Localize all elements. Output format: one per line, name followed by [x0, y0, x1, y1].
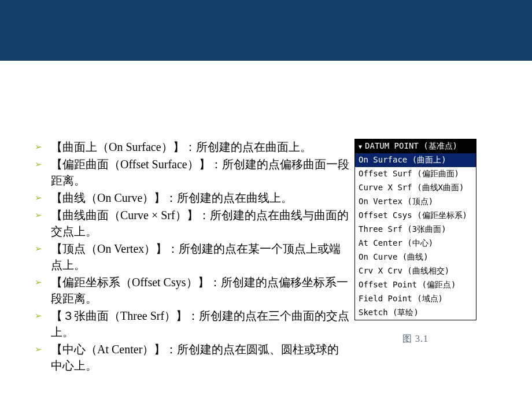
bullet-text: 【偏距曲面（Offset Surface）】：所创建的点偏移曲面一段距离。 — [51, 156, 350, 189]
panel-row[interactable]: On Surface (曲面上) — [355, 153, 476, 167]
panel-row[interactable]: Offset Point (偏距点) — [355, 278, 476, 292]
panel-row[interactable]: Offset Surf (偏距曲面) — [355, 167, 476, 181]
bullet-term-en: Curve × Srf — [120, 209, 175, 221]
panel-wrap: ▼ DATUM POINT (基准点) On Surface (曲面上)Offs… — [354, 139, 476, 345]
bullet-marker-icon: ➢ — [35, 241, 51, 273]
bullet-marker-icon: ➢ — [35, 274, 51, 306]
figure-caption: 图 3.1 — [402, 333, 428, 345]
bullet-term-en: On Surface — [109, 141, 161, 153]
bullet-text: 【中心（At Center）】：所创建的点在圆弧、圆柱或球的中心上。 — [51, 341, 350, 374]
panel-row[interactable]: Field Point (域点) — [355, 292, 476, 306]
bullet-term-en: On Vertex — [97, 242, 144, 255]
bullet-text: 【３张曲面（Three Srf）】：所创建的点在三个曲面的交点上。 — [51, 308, 350, 340]
bullet-term-en: Offset Csys — [132, 276, 186, 289]
bullet-item: ➢【曲线曲面（Curve × Srf）】：所创建的点在曲线与曲面的交点上。 — [35, 207, 350, 239]
bullet-item: ➢【３张曲面（Three Srf）】：所创建的点在三个曲面的交点上。 — [35, 308, 350, 340]
panel-row[interactable]: Sketch (草绘) — [355, 306, 476, 320]
bullet-term-en: On Curve — [97, 191, 142, 204]
bullet-item: ➢【偏距曲面（Offset Surface）】：所创建的点偏移曲面一段距离。 — [35, 156, 350, 189]
bullet-marker-icon: ➢ — [35, 139, 51, 155]
bullet-term-en: Offset Surface — [120, 158, 187, 171]
bullet-marker-icon: ➢ — [35, 190, 51, 206]
panel-row[interactable]: Crv X Crv (曲线相交) — [355, 264, 476, 278]
bullet-marker-icon: ➢ — [35, 308, 51, 340]
bullet-text: 【偏距坐标系（Offset Csys）】：所创建的点偏移坐标系一段距离。 — [51, 274, 350, 306]
panel-row[interactable]: At Center (中心) — [355, 237, 476, 250]
bullet-marker-icon: ➢ — [35, 207, 51, 239]
bullet-item: ➢【顶点（On Vertex）】：所创建的点在某一个顶点上或端点上。 — [35, 241, 350, 273]
bullet-text: 【曲线曲面（Curve × Srf）】：所创建的点在曲线与曲面的交点上。 — [51, 207, 350, 239]
panel-row[interactable]: Three Srf (3张曲面) — [355, 223, 476, 237]
panel-row[interactable]: On Curve (曲线) — [355, 250, 476, 264]
bullet-text: 【曲面上（On Surface）】：所创建的点在曲面上。 — [51, 139, 350, 155]
bullet-marker-icon: ➢ — [35, 341, 51, 374]
bullet-list: ➢【曲面上（On Surface）】：所创建的点在曲面上。➢【偏距曲面（Offs… — [35, 139, 350, 375]
panel-header[interactable]: ▼ DATUM POINT (基准点) — [355, 139, 476, 153]
bullet-text: 【顶点（On Vertex）】：所创建的点在某一个顶点上或端点上。 — [51, 241, 350, 273]
bullet-marker-icon: ➢ — [35, 156, 51, 189]
panel-row[interactable]: Offset Csys (偏距坐标系) — [355, 209, 476, 223]
bullet-term-en: Three Srf — [120, 309, 164, 322]
title-bar — [0, 0, 532, 61]
bullet-item: ➢【中心（At Center）】：所创建的点在圆弧、圆柱或球的中心上。 — [35, 341, 350, 374]
bullet-item: ➢【曲线（On Curve）】：所创建的点在曲线上。 — [35, 190, 350, 206]
bullet-term-en: At Center — [97, 343, 142, 356]
panel-row[interactable]: On Vertex (顶点) — [355, 195, 476, 209]
content-area: ➢【曲面上（On Surface）】：所创建的点在曲面上。➢【偏距曲面（Offs… — [0, 61, 532, 375]
panel-row[interactable]: Curve X Srf (曲线X曲面) — [355, 181, 476, 195]
bullet-text: 【曲线（On Curve）】：所创建的点在曲线上。 — [51, 190, 350, 206]
panel-body: On Surface (曲面上)Offset Surf (偏距曲面)Curve … — [355, 153, 476, 320]
bullet-item: ➢【曲面上（On Surface）】：所创建的点在曲面上。 — [35, 139, 350, 155]
panel-title: DATUM POINT (基准点) — [365, 141, 457, 152]
collapse-icon: ▼ — [359, 143, 362, 150]
datum-point-panel: ▼ DATUM POINT (基准点) On Surface (曲面上)Offs… — [354, 139, 476, 320]
bullet-item: ➢【偏距坐标系（Offset Csys）】：所创建的点偏移坐标系一段距离。 — [35, 274, 350, 306]
